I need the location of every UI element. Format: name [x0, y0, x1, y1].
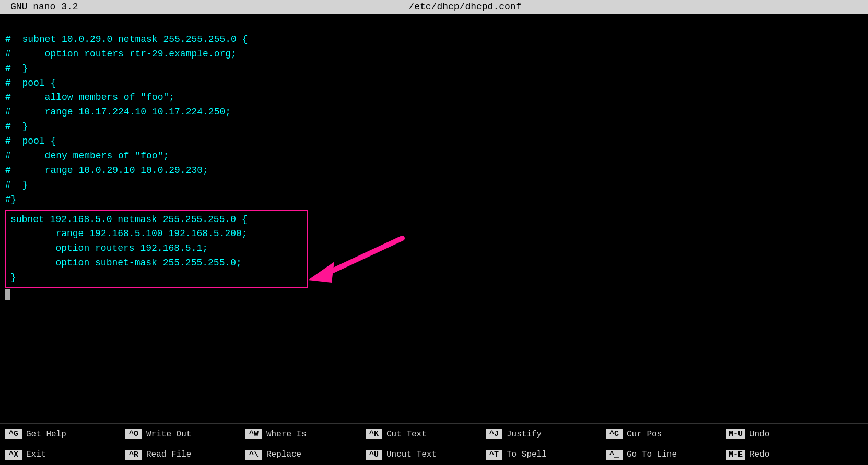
key-go-to-line: ^_ — [606, 450, 623, 460]
code-line: # pool { — [5, 134, 863, 149]
label-write-out: Write Out — [146, 429, 191, 439]
label-where-is: Where Is — [266, 429, 307, 439]
code-line: #} — [5, 193, 863, 207]
key-read-file: ^R — [125, 450, 142, 460]
key-undo: M-U — [726, 429, 745, 439]
highlighted-line: range 192.168.5.100 192.168.5.200; — [10, 227, 303, 241]
bottom-item-exit: ^X Exit — [5, 450, 110, 460]
code-line: # } — [5, 120, 863, 134]
key-uncut-text: ^U — [366, 450, 382, 460]
highlighted-line: option routers 192.168.5.1; — [10, 241, 303, 256]
label-redo: Redo — [749, 450, 769, 459]
text-cursor — [5, 289, 10, 300]
bottom-item-get-help: ^G Get Help — [5, 429, 110, 439]
title-spacer — [852, 2, 858, 12]
bottom-item-read-file: ^R Read File — [125, 450, 230, 460]
bottom-row-1: ^G Get Help ^O Write Out ^W Where Is ^K … — [0, 424, 868, 445]
title-bar: GNU nano 3.2 /etc/dhcp/dhcpd.conf — [0, 0, 868, 14]
bottom-item-cut-text: ^K Cut Text — [366, 429, 470, 439]
key-exit: ^X — [5, 450, 22, 460]
key-justify: ^J — [486, 429, 502, 439]
label-replace: Replace — [266, 450, 301, 459]
bottom-item-write-out: ^O Write Out — [125, 429, 230, 439]
key-replace: ^\ — [245, 450, 262, 460]
bottom-item-where-is: ^W Where Is — [245, 429, 350, 439]
label-cur-pos: Cur Pos — [627, 429, 662, 439]
bottom-item-to-spell: ^T To Spell — [486, 450, 590, 460]
highlighted-line: } — [10, 271, 303, 285]
highlighted-block: subnet 192.168.5.0 netmask 255.255.255.0… — [5, 210, 308, 288]
code-line: # pool { — [5, 76, 863, 91]
label-to-spell: To Spell — [507, 450, 547, 459]
key-to-spell: ^T — [486, 450, 502, 460]
code-line: # deny members of "foo"; — [5, 149, 863, 164]
bottom-bar: ^G Get Help ^O Write Out ^W Where Is ^K … — [0, 423, 868, 465]
key-cut-text: ^K — [366, 429, 382, 439]
key-where-is: ^W — [245, 429, 262, 439]
code-line: # range 10.17.224.10 10.17.224.250; — [5, 105, 863, 120]
bottom-item-go-to-line: ^_ Go To Line — [606, 450, 710, 460]
bottom-item-cur-pos: ^C Cur Pos — [606, 429, 710, 439]
code-line — [5, 18, 863, 32]
label-exit: Exit — [26, 450, 46, 459]
bottom-item-replace: ^\ Replace — [245, 450, 350, 460]
code-line: # subnet 10.0.29.0 netmask 255.255.255.0… — [5, 32, 863, 47]
key-write-out: ^O — [125, 429, 142, 439]
label-justify: Justify — [507, 429, 542, 439]
highlighted-line: subnet 192.168.5.0 netmask 255.255.255.0… — [10, 213, 303, 227]
key-redo: M-E — [726, 450, 745, 460]
code-line: # } — [5, 62, 863, 76]
label-read-file: Read File — [146, 450, 191, 459]
label-get-help: Get Help — [26, 429, 66, 439]
code-line: # } — [5, 178, 863, 193]
key-cur-pos: ^C — [606, 429, 623, 439]
label-uncut-text: Uncut Text — [386, 450, 437, 459]
bottom-row-2: ^X Exit ^R Read File ^\ Replace ^U Uncut… — [0, 445, 868, 466]
code-line: # option routers rtr-29.example.org; — [5, 47, 863, 62]
app-name: GNU nano 3.2 — [10, 2, 78, 12]
bottom-item-redo: M-E Redo — [726, 450, 830, 460]
editor-area[interactable]: # subnet 10.0.29.0 netmask 255.255.255.0… — [0, 14, 868, 418]
label-undo: Undo — [749, 429, 769, 439]
bottom-item-undo: M-U Undo — [726, 429, 830, 439]
svg-line-0 — [324, 238, 402, 275]
svg-marker-1 — [308, 262, 334, 283]
arrow-annotation — [308, 233, 413, 298]
highlighted-line: option subnet-mask 255.255.255.0; — [10, 256, 303, 271]
label-go-to-line: Go To Line — [627, 450, 677, 459]
label-cut-text: Cut Text — [386, 429, 427, 439]
code-line: # range 10.0.29.10 10.0.29.230; — [5, 164, 863, 178]
code-line: # allow members of "foo"; — [5, 90, 863, 105]
bottom-item-uncut-text: ^U Uncut Text — [366, 450, 470, 460]
filename: /etc/dhcp/dhcpd.conf — [408, 2, 521, 12]
bottom-item-justify: ^J Justify — [486, 429, 590, 439]
key-get-help: ^G — [5, 429, 22, 439]
